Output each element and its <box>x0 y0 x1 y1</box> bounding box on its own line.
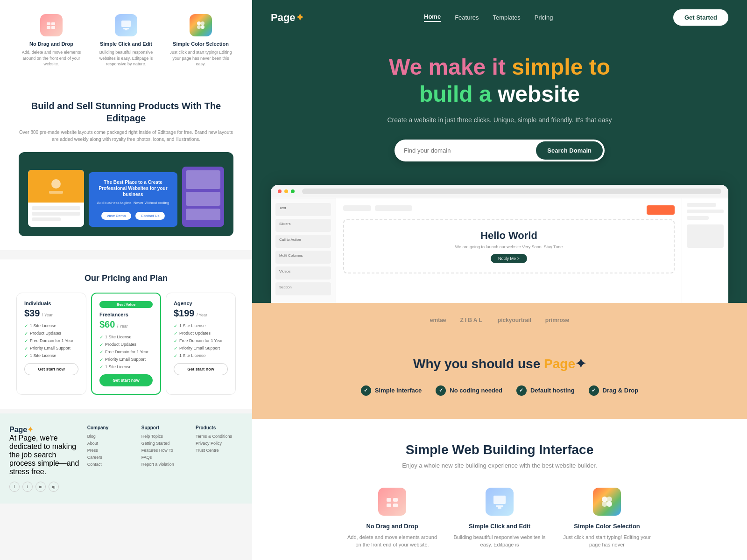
check-icon: ✓ <box>174 346 177 351</box>
price-value-freelancers: $60 <box>99 319 115 329</box>
svg-rect-18 <box>496 505 503 507</box>
footer-link[interactable]: Report a violation <box>141 462 189 467</box>
plan-feature: ✓1 Site License <box>24 323 78 329</box>
facebook-icon[interactable]: f <box>9 482 20 492</box>
plan-feature: ✓1 Site License <box>24 353 78 358</box>
screenshot-center-sub: Add business tagline. Never Without codi… <box>96 200 170 206</box>
why-feature-coding: ✓ No coding needed <box>436 385 502 396</box>
feature-card-color-desc: Just click and start typing! Editing you… <box>560 533 654 549</box>
why-feature-simple: ✓ Simple Interface <box>361 385 422 396</box>
footer-link[interactable]: Blog <box>87 434 134 439</box>
feature-click-edit-desc: Building beautiful responsive websites i… <box>93 49 159 67</box>
click-icon <box>115 14 137 36</box>
screenshot-contact-btn[interactable]: Contact Us <box>135 212 165 220</box>
get-started-agency-btn[interactable]: Get start now <box>174 363 228 375</box>
get-started-individuals-btn[interactable]: Get start now <box>24 363 78 375</box>
ss-block-3 <box>32 217 61 221</box>
plan-name-freelancers: Freelancers <box>99 312 153 317</box>
brand-logo-pickyourtrail: pickyourtrail <box>498 317 531 323</box>
pricing-cards: Individuals $39 / Year ✓1 Site License ✓… <box>9 293 243 395</box>
instagram-icon[interactable]: ig <box>49 482 59 492</box>
nav-logo-dot: ✦ <box>296 12 304 23</box>
footer-link[interactable]: Contact <box>87 462 134 467</box>
feature-card-click-icon <box>486 488 514 516</box>
nav-cta-button[interactable]: Get Started <box>673 9 728 26</box>
feature-card-color-title: Simple Color Selection <box>560 523 654 530</box>
feature-section-title: Simple Web Building Interface <box>271 442 728 457</box>
footer-grid: Page✦ At Page, we're dedicated to making… <box>9 425 243 492</box>
sidebar-item-section: Section <box>275 282 331 295</box>
nav-links: Home Features Templates Pricing <box>424 13 553 22</box>
sr-inner <box>182 167 224 227</box>
footer-link[interactable]: Press <box>87 448 134 453</box>
footer-link[interactable]: Features How To <box>141 448 189 453</box>
get-started-freelancers-btn[interactable]: Get start now <box>99 374 153 386</box>
sidebar-item-video: Videos <box>275 266 331 280</box>
price-freelancers: $60 / Year <box>99 319 153 330</box>
footer-link[interactable]: Trust Centre <box>196 448 243 453</box>
feature-card-click-desc: Building beautiful responsive websites i… <box>453 533 546 549</box>
canvas-toolbar-item <box>343 205 371 211</box>
svg-rect-2 <box>47 26 50 29</box>
feature-no-drag: No Drag and Drop Add, delete and move el… <box>19 14 84 67</box>
plan-features-freelancers: ✓1 Site License ✓Product Updates ✓Free D… <box>99 335 153 370</box>
nav-link-pricing[interactable]: Pricing <box>535 14 553 21</box>
footer-link[interactable]: Terms & Conditions <box>196 434 243 439</box>
color-icon <box>190 14 212 36</box>
notify-me-btn[interactable]: Notify Me > <box>491 254 527 263</box>
check-icon: ✓ <box>99 342 103 347</box>
ss-bottom <box>28 203 84 227</box>
footer-link[interactable]: Privacy Policy <box>196 441 243 446</box>
svg-rect-15 <box>387 504 391 507</box>
canvas-hello-world: Hello World We are going to launch our w… <box>343 219 675 273</box>
brand-logos: emtae ZIBAL pickyourtrail primrose <box>271 312 728 328</box>
nav-link-templates[interactable]: Templates <box>493 14 520 21</box>
check-coding-icon: ✓ <box>436 385 446 396</box>
pricing-card-freelancers: Best Value Freelancers $60 / Year ✓1 Sit… <box>91 293 161 395</box>
footer-col-support-links: Help Topics Getting Started Features How… <box>141 434 189 467</box>
search-input[interactable] <box>395 140 534 161</box>
footer-link[interactable]: Getting Started <box>141 441 189 446</box>
feature-color: Simple Color Selection Just click and st… <box>168 14 233 67</box>
ss-top <box>28 170 84 203</box>
browser-dot-red <box>278 189 282 193</box>
svg-point-10 <box>201 25 204 29</box>
hero-subtext: Create a website in just three clicks. U… <box>271 115 728 125</box>
navbar: Page✦ Home Features Templates Pricing Ge… <box>252 0 747 35</box>
linkedin-icon[interactable]: in <box>35 482 46 492</box>
check-icon: ✓ <box>174 338 177 343</box>
why-feature-drag: ✓ Drag & Drop <box>589 385 639 396</box>
nav-link-home[interactable]: Home <box>424 13 441 22</box>
hello-world-sub: We are going to launch our website Very … <box>353 245 664 249</box>
plan-feature: ✓1 Site License <box>174 323 228 329</box>
feature-card-drag-icon <box>378 488 406 516</box>
twitter-icon[interactable]: t <box>22 482 33 492</box>
feature-cards: No Drag and Drop Add, delete and move el… <box>271 488 728 549</box>
canvas-cta-mockup <box>647 205 675 215</box>
feature-card-click: Simple Click and Edit Building beautiful… <box>453 488 546 549</box>
build-title: Build and Sell Stunning Products With Th… <box>19 100 233 124</box>
svg-rect-12 <box>49 191 63 194</box>
footer-col-products: Products Terms & Conditions Privacy Poli… <box>196 425 243 492</box>
why-title: Why you should use Page✦ <box>271 356 728 371</box>
canvas-btn-group: Notify Me > <box>353 254 664 263</box>
search-button[interactable]: Search Domain <box>536 141 603 160</box>
screenshot-center: The Best Place to a Create Professional … <box>89 172 177 227</box>
footer-link[interactable]: Help Topics <box>141 434 189 439</box>
footer-link[interactable]: About <box>87 441 134 446</box>
footer-link[interactable]: FAQs <box>141 455 189 460</box>
check-icon: ✓ <box>24 323 28 329</box>
svg-rect-13 <box>387 498 391 502</box>
footer-link[interactable]: Careers <box>87 455 134 460</box>
sr-block-3 <box>186 209 220 220</box>
canvas-toolbar <box>343 205 675 215</box>
sidebar-item-text: Text <box>275 203 331 216</box>
svg-rect-6 <box>125 29 127 30</box>
footer-col-company-links: Blog About Press Careers Contact <box>87 434 134 467</box>
mockup-canvas: Hello World We are going to launch our w… <box>336 198 682 303</box>
feature-no-drag-desc: Add, delete and move elements around on … <box>19 49 84 67</box>
nav-link-features[interactable]: Features <box>455 14 479 21</box>
screenshot-demo-btn[interactable]: View Demo <box>101 212 132 220</box>
feature-color-title: Simple Color Selection <box>168 41 233 47</box>
check-icon: ✓ <box>24 331 28 336</box>
